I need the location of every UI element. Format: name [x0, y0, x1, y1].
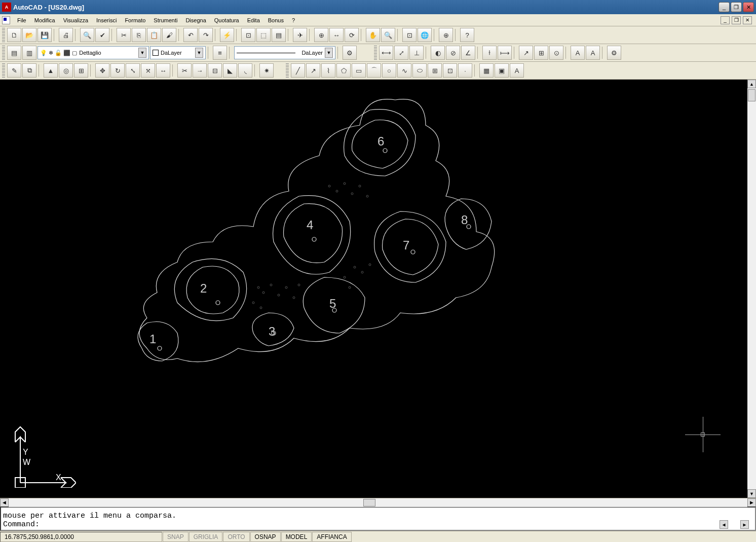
lengthen-icon[interactable]: ↔	[156, 63, 170, 78]
help-icon[interactable]: ?	[460, 28, 474, 42]
explode-icon[interactable]: ✷	[259, 63, 274, 78]
insert-block-icon[interactable]: ⊞	[428, 63, 442, 78]
dim-linear-icon[interactable]: ⟷	[379, 46, 393, 60]
save-icon[interactable]: 💾	[37, 28, 52, 42]
tracking-icon[interactable]: ⊕	[314, 28, 328, 42]
move-icon[interactable]: ✥	[95, 63, 109, 78]
point-icon[interactable]: ·	[458, 63, 472, 78]
match-icon[interactable]: 🖌	[162, 28, 176, 42]
linetype-icon[interactable]: ≡	[213, 46, 227, 60]
menu-bonus[interactable]: Bonus	[264, 16, 288, 25]
new-icon[interactable]: 🗋	[7, 28, 21, 42]
scroll-right-icon[interactable]: ▶	[747, 498, 756, 507]
mdi-minimize[interactable]: _	[721, 16, 730, 24]
array-icon[interactable]: ⊞	[74, 63, 88, 78]
toolbar-handle[interactable]	[2, 63, 5, 78]
open-icon[interactable]: 📂	[22, 28, 36, 42]
dim-tedit-icon[interactable]: A	[586, 46, 600, 60]
hatch-icon[interactable]: ▤	[272, 28, 286, 42]
fillet-icon[interactable]: ◟	[238, 63, 252, 78]
toggle-snap[interactable]: SNAP	[163, 532, 188, 542]
zoom-prev-icon[interactable]: 🌐	[418, 28, 432, 42]
menu-strumenti[interactable]: Strumenti	[149, 16, 181, 25]
menu-visualizza[interactable]: Visualizza	[59, 16, 92, 25]
preview-icon[interactable]: 🔍	[80, 28, 94, 42]
toolbar-handle[interactable]	[2, 28, 5, 42]
undo-icon[interactable]: ↶	[183, 28, 198, 42]
dim-baseline-icon[interactable]: ⫲	[482, 46, 497, 60]
redo-icon[interactable]: ↷	[199, 28, 213, 42]
toggle-osnap[interactable]: OSNAP	[250, 532, 281, 542]
dim-leader-icon[interactable]: ↗	[519, 46, 533, 60]
dim-diameter-icon[interactable]: ⊘	[446, 46, 460, 60]
dist-icon[interactable]: ↔	[329, 28, 344, 42]
zoom-win-icon[interactable]: ⊡	[402, 28, 417, 42]
dim-aligned-icon[interactable]: ⤢	[394, 46, 408, 60]
horizontal-scrollbar[interactable]: ◀ ▶	[0, 498, 756, 507]
mdi-close[interactable]: ✕	[743, 16, 752, 24]
dim-tolerance-icon[interactable]: ⊞	[534, 46, 548, 60]
launch-icon[interactable]: ⚡	[220, 28, 234, 42]
layer-combo[interactable]: 💡 ❄ 🔓 ⬛ ▢ Dettaglio ▼	[37, 46, 149, 59]
mtext-icon[interactable]: A	[510, 63, 524, 78]
dim-angular-icon[interactable]: ∠	[461, 46, 475, 60]
hatch-draw-icon[interactable]: ▦	[479, 63, 494, 78]
toggle-affianca[interactable]: AFFIANCA	[312, 532, 351, 542]
toolbar-handle[interactable]	[286, 63, 289, 78]
dropdown-arrow-icon[interactable]: ▼	[325, 48, 333, 58]
zoom-rt-icon[interactable]: 🔍	[381, 28, 395, 42]
break-icon[interactable]: ⊟	[208, 63, 222, 78]
redraw-icon[interactable]: ⟳	[345, 28, 359, 42]
menu-file[interactable]: File	[13, 16, 30, 25]
arc-icon[interactable]: ⌒	[367, 63, 381, 78]
region-icon[interactable]: ▣	[495, 63, 509, 78]
dim-radius-icon[interactable]: ◐	[431, 46, 445, 60]
close-button[interactable]: ✕	[743, 2, 754, 12]
toolbar-handle[interactable]	[2, 46, 5, 60]
trim-icon[interactable]: ✂	[177, 63, 192, 78]
menu-modifica[interactable]: Modifica	[30, 16, 59, 25]
toggle-model[interactable]: MODEL	[281, 532, 312, 542]
line-icon[interactable]: ╱	[291, 63, 305, 78]
dropdown-arrow-icon[interactable]: ▼	[195, 48, 203, 58]
osnap-icon[interactable]: ⊡	[241, 28, 255, 42]
layer-states-icon[interactable]: ▥	[22, 46, 36, 60]
menu-inserisci[interactable]: Inserisci	[92, 16, 121, 25]
circle-icon[interactable]: ○	[382, 63, 396, 78]
scroll-up-icon[interactable]: ▲	[747, 80, 756, 88]
color-combo[interactable]: DaLayer ▼	[150, 46, 206, 59]
scroll-left-icon[interactable]: ◀	[0, 498, 9, 507]
toggle-griglia[interactable]: GRIGLIA	[189, 532, 223, 542]
toggle-orto[interactable]: ORTO	[223, 532, 249, 542]
paste-icon[interactable]: 📋	[147, 28, 161, 42]
ellipse-icon[interactable]: ⬭	[412, 63, 427, 78]
mdi-restore[interactable]: ❐	[732, 16, 741, 24]
pan-rt-icon[interactable]: ✋	[366, 28, 380, 42]
cmd-scroll-right-icon[interactable]: ▶	[740, 520, 749, 529]
dim-edit-icon[interactable]: A	[571, 46, 585, 60]
aerial-icon[interactable]: ✈	[293, 28, 307, 42]
minimize-button[interactable]: _	[719, 2, 730, 12]
menu-quotatura[interactable]: Quotatura	[210, 16, 243, 25]
dim-style-icon[interactable]: ⚙	[607, 46, 621, 60]
rectangle-icon[interactable]: ▭	[352, 63, 366, 78]
polygon-icon[interactable]: ⬠	[336, 63, 351, 78]
pline-icon[interactable]: ⌇	[321, 63, 335, 78]
menu-edita[interactable]: Edita	[243, 16, 264, 25]
menu-formato[interactable]: Formato	[121, 16, 149, 25]
vertical-scrollbar[interactable]: ▲ ▼	[747, 80, 756, 498]
linetype-combo[interactable]: DaLayer ▼	[234, 46, 335, 59]
dim-ordinate-icon[interactable]: ⊥	[409, 46, 424, 60]
maximize-button[interactable]: ❐	[731, 2, 742, 12]
copy-icon[interactable]: ⎘	[132, 28, 146, 42]
rotate-icon[interactable]: ↻	[110, 63, 125, 78]
cut-icon[interactable]: ✂	[117, 28, 131, 42]
properties-icon[interactable]: ⚙	[343, 46, 357, 60]
cmd-scroll-left-icon[interactable]: ◀	[720, 520, 728, 529]
dim-center-icon[interactable]: ⊙	[549, 46, 563, 60]
scroll-down-icon[interactable]: ▼	[747, 489, 756, 498]
layer-manager-icon[interactable]: ▤	[7, 46, 21, 60]
ucs-icon-btn[interactable]: ⬚	[256, 28, 271, 42]
copy-obj-icon[interactable]: ⧉	[22, 63, 36, 78]
extend-icon[interactable]: →	[193, 63, 207, 78]
